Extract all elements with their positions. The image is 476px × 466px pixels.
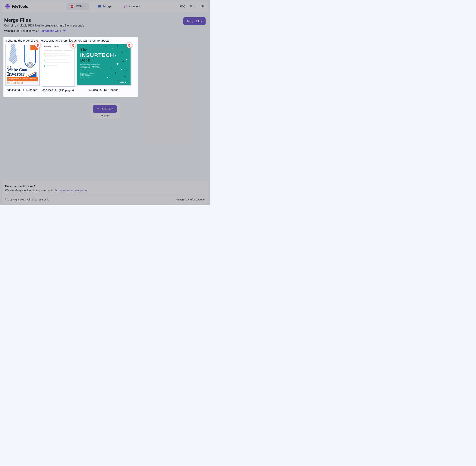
plus-icon (96, 107, 100, 111)
page-title: Merge Files (4, 17, 84, 23)
nav-right: FAQ Blog API (180, 5, 205, 8)
nav-link-faq[interactable]: FAQ (180, 5, 185, 8)
image-icon (97, 4, 101, 8)
file-thumbnail[interactable]: Life Insurance — Handbook (42, 44, 75, 86)
file-label: 635c5a8fd... (164 pages) (7, 88, 38, 91)
nav-link-api[interactable]: API (200, 5, 205, 8)
feedback-link[interactable]: Let us know how we can. (58, 189, 89, 192)
feedback-title: Have feedback for us? (5, 185, 205, 188)
delete-file-button[interactable] (71, 43, 76, 48)
merge-files-button[interactable]: Merge Files (183, 17, 206, 25)
add-files-label: Add Files (102, 107, 113, 111)
useful-row: Was this tool useful to you? Spread the … (4, 29, 84, 32)
file-item[interactable]: Life Insurance — Handbook 630d3e912...( (42, 44, 75, 92)
feedback-text: We are always looking to improve our too… (5, 189, 205, 192)
file-item[interactable]: The White CoatInvestor A Doctor's Guide … (5, 44, 39, 91)
cover-title-2: Investor (7, 71, 24, 77)
useful-prompt: Was this tool useful to you? (4, 29, 39, 32)
trash-icon (72, 44, 75, 47)
file-item[interactable]: The INSURTECH Book THE INSURANCE TECHNOL… (77, 44, 131, 91)
add-hint-text: PDF (104, 114, 109, 117)
file-thumbnail[interactable]: The White CoatInvestor A Doctor's Guide … (5, 44, 39, 86)
svg-point-2 (98, 6, 99, 6)
brand-name: FileTools (12, 4, 28, 9)
page-head: Merge Files Combine multiple PDF files t… (0, 12, 210, 33)
chevron-down-icon: ▾ (85, 5, 86, 8)
file-label: 630d3e912...(293 pages) (42, 89, 74, 92)
add-files-area: Add Files PDF (91, 102, 119, 119)
nav-item-convert[interactable]: Convert (120, 3, 143, 10)
page-subtitle: Combine multiple PDF files to create a s… (4, 24, 84, 27)
nav-label: Image (103, 5, 112, 8)
delete-file-button[interactable] (127, 43, 132, 48)
trash-icon (36, 44, 39, 47)
nav-link-blog[interactable]: Blog (190, 5, 195, 8)
lock-icon (101, 114, 103, 117)
footer: Have feedback for us? We are always look… (1, 181, 208, 204)
powered-by-text: Powered by BlockQueue (176, 198, 205, 201)
add-files-button[interactable]: Add Files (93, 105, 117, 113)
file-label: 630d4a9b... (331 pages) (88, 88, 119, 91)
panel-instruction: To change the order of the merge, drag a… (4, 39, 138, 44)
cover-art: The White CoatInvestor A Doctor's Guide … (6, 44, 39, 85)
delete-file-button[interactable] (35, 43, 40, 48)
copyright-text: © Copyright 2023. All rights reserved. (5, 198, 49, 201)
nav-center: PDF PDF ▾ Image Convert (67, 3, 143, 10)
header: FileTools PDF PDF ▾ Image Convert FAQ Bl… (1, 1, 209, 12)
twitter-icon[interactable] (63, 29, 66, 32)
pdf-file-icon: PDF (70, 4, 74, 8)
nav-item-pdf[interactable]: PDF PDF ▾ (67, 3, 89, 10)
nav-item-image[interactable]: Image (94, 3, 115, 10)
file-thumbnails: The White CoatInvestor A Doctor's Guide … (4, 44, 138, 92)
brand[interactable]: FileTools (5, 4, 28, 9)
trash-icon (128, 44, 131, 47)
cover-author: James M. Dahle, MD (7, 82, 38, 84)
cover-publisher: WILEY (120, 82, 128, 83)
file-reorder-panel: To change the order of the merge, drag a… (3, 37, 138, 97)
file-thumbnail[interactable]: The INSURTECH Book THE INSURANCE TECHNOL… (77, 44, 131, 86)
cover-art: The INSURTECH Book THE INSURANCE TECHNOL… (77, 44, 130, 85)
feedback-text-body: We are always looking to improve our too… (5, 189, 58, 192)
brand-logo-icon (5, 4, 10, 9)
spread-the-word-link[interactable]: Spread the word (40, 29, 61, 32)
add-files-hint: PDF (91, 114, 119, 117)
svg-text:PDF: PDF (71, 6, 73, 7)
nav-label: PDF (76, 5, 82, 8)
cover-tagline: A Doctor's Guide To Personal Finance And… (7, 77, 38, 82)
nav-label: Convert (129, 5, 140, 8)
doc-heading: Life Insurance — Handbook (44, 46, 73, 48)
convert-icon (123, 4, 127, 8)
decorative-dots (77, 44, 130, 85)
document-preview: Life Insurance — Handbook (42, 44, 74, 69)
cover-authors: SABINE L.B. VANDERLINDEN SHÂN M. MILLIE … (80, 73, 95, 78)
